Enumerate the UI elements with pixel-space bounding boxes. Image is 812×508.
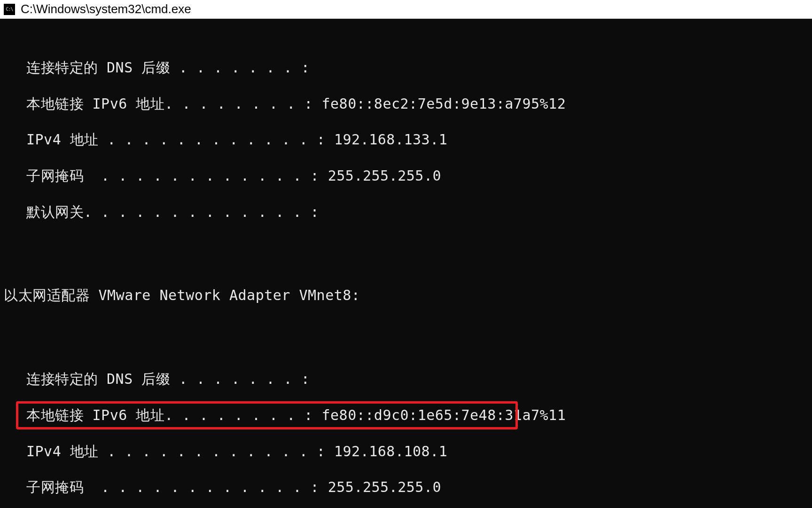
adapter-header-vmnet8: 以太网适配器 VMware Network Adapter VMnet8:	[4, 286, 808, 304]
ipv4-label: IPv4 地址 . . . . . . . . . . . . :	[26, 131, 325, 149]
ipv4-value: 192.168.133.1	[325, 131, 447, 149]
subnet-value: 255.255.255.0	[319, 478, 441, 496]
ipv6-local-label: 本地链接 IPv6 地址. . . . . . . . :	[26, 406, 313, 424]
subnet-label: 子网掩码 . . . . . . . . . . . . :	[26, 167, 319, 185]
ipv6-local-label: 本地链接 IPv6 地址. . . . . . . . :	[26, 95, 313, 113]
adapter-block-1: 连接特定的 DNS 后缀 . . . . . . . : 本地链接 IPv6 地…	[4, 40, 808, 239]
ipv6-local-row: 本地链接 IPv6 地址. . . . . . . . : fe80::d9c0…	[26, 406, 808, 424]
dns-suffix-row: 连接特定的 DNS 后缀 . . . . . . . :	[26, 59, 808, 77]
ipv4-value: 192.168.108.1	[325, 443, 447, 460]
terminal-output[interactable]: 连接特定的 DNS 后缀 . . . . . . . : 本地链接 IPv6 地…	[0, 19, 812, 508]
subnet-label: 子网掩码 . . . . . . . . . . . . :	[26, 478, 319, 496]
ipv6-local-value: fe80::d9c0:1e65:7e48:31a7%11	[313, 406, 566, 424]
adapter-block-2: 连接特定的 DNS 后缀 . . . . . . . : 本地链接 IPv6 地…	[4, 352, 808, 508]
ipv4-label: IPv4 地址 . . . . . . . . . . . . :	[26, 443, 325, 460]
window-titlebar: C:\ C:\Windows\system32\cmd.exe	[0, 0, 812, 19]
subnet-row: 子网掩码 . . . . . . . . . . . . : 255.255.2…	[26, 478, 808, 496]
gateway-row: 默认网关. . . . . . . . . . . . . :	[26, 203, 808, 221]
dns-suffix-label: 连接特定的 DNS 后缀 . . . . . . . :	[26, 370, 310, 388]
ipv6-local-value: fe80::8ec2:7e5d:9e13:a795%12	[313, 95, 566, 113]
cmd-icon-text: C:\	[6, 7, 13, 12]
dns-suffix-row: 连接特定的 DNS 后缀 . . . . . . . :	[26, 370, 808, 388]
ipv4-row: IPv4 地址 . . . . . . . . . . . . : 192.16…	[26, 443, 808, 460]
dns-suffix-label: 连接特定的 DNS 后缀 . . . . . . . :	[26, 59, 310, 77]
ipv6-local-row: 本地链接 IPv6 地址. . . . . . . . : fe80::8ec2…	[26, 95, 808, 113]
subnet-row: 子网掩码 . . . . . . . . . . . . : 255.255.2…	[26, 167, 808, 185]
window-title: C:\Windows\system32\cmd.exe	[21, 2, 191, 16]
subnet-value: 255.255.255.0	[319, 167, 441, 185]
ipv4-row: IPv4 地址 . . . . . . . . . . . . : 192.16…	[26, 131, 808, 149]
cmd-icon: C:\	[4, 4, 15, 15]
gateway-label: 默认网关. . . . . . . . . . . . . :	[26, 203, 319, 221]
